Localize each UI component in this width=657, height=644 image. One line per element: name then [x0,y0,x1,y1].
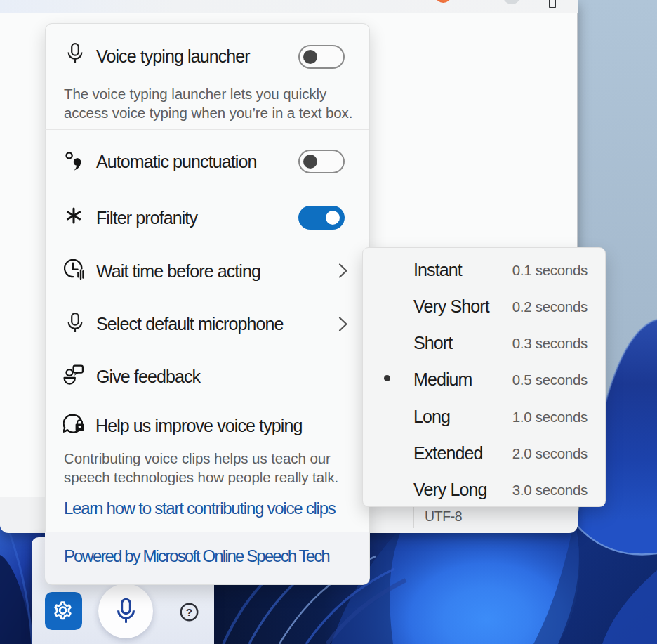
svg-text:?: ? [186,606,192,618]
